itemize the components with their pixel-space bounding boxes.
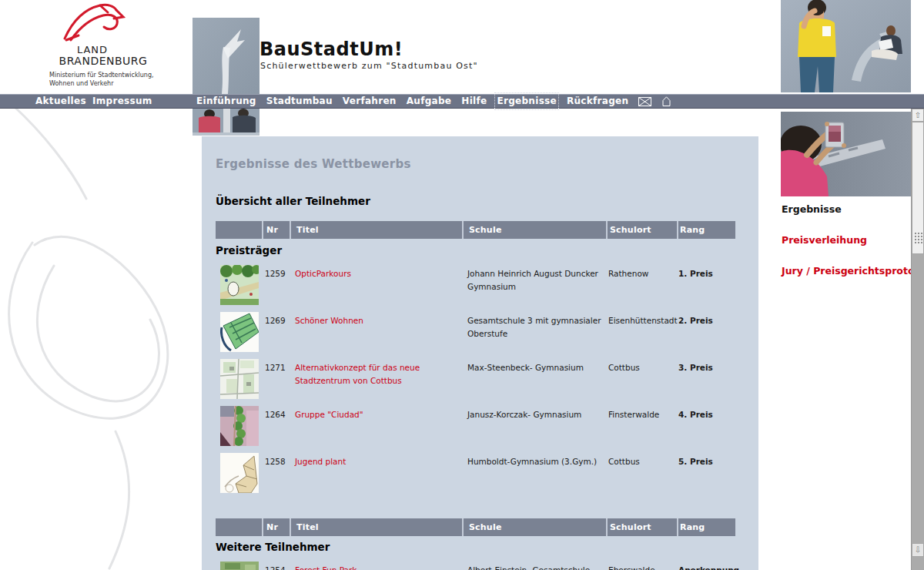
row-nr: 1264 — [262, 406, 290, 421]
mail-icon[interactable] — [638, 97, 651, 106]
results-table-header: Nr Titel Schule Schulort Rang — [216, 221, 735, 239]
lock-icon[interactable] — [661, 96, 671, 106]
vertical-scrollbar[interactable]: ⇧ ⇩ — [911, 109, 924, 570]
col-rang: Rang — [677, 518, 735, 536]
row-rang: 1. Preis — [677, 265, 735, 280]
nav-item-rueckfragen[interactable]: Rückfragen — [567, 95, 628, 108]
org-name-line1: LAND — [46, 44, 139, 55]
org-name-line2: BRANDENBURG — [46, 55, 160, 67]
row-nr: 1259 — [262, 265, 290, 280]
scrollbar-thumb[interactable] — [912, 122, 924, 254]
project-thumbnail[interactable] — [220, 562, 259, 570]
row-nr: 1271 — [262, 359, 290, 374]
section-title: Übersicht aller Teilnehmer — [216, 195, 370, 207]
project-thumbnail[interactable] — [220, 312, 259, 352]
project-thumbnail[interactable] — [220, 265, 259, 305]
org-subtitle-line2: Wohnen und Verkehr — [49, 79, 180, 88]
scroll-up-icon[interactable]: ⇧ — [912, 109, 924, 122]
table-row: 1259 OpticParkours Johann Heinrich Augus… — [216, 265, 735, 312]
scribble-decoration — [0, 100, 202, 570]
row-rang: 5. Preis — [677, 453, 735, 468]
nav-item-einfuehrung[interactable]: Einführung — [196, 95, 256, 108]
sidebar-link-jury-protokoll[interactable]: Jury / Preisgerichtsprotokoll — [782, 265, 924, 277]
nav-item-verfahren[interactable]: Verfahren — [343, 95, 397, 108]
brandenburg-logo-block: LAND BRANDENBURG Ministerium für Stadten… — [46, 2, 185, 86]
col-rang: Rang — [677, 221, 735, 239]
nav-item-stadtumbau[interactable]: Stadtumbau — [266, 95, 333, 108]
col-nr: Nr — [262, 518, 290, 536]
content-panel: Ergebnisse des Wettbewerbs Übersicht all… — [202, 136, 758, 570]
row-schulort: Eisenhüttenstadt — [606, 312, 677, 327]
col-titel: Titel — [290, 518, 462, 536]
row-title-link[interactable]: OpticParkours — [290, 265, 462, 280]
row-schule: Humboldt-Gymnasium (3.Gym.) — [462, 453, 606, 468]
others-rows: 1254 Forest Fun Park Albert-Einstein- Ge… — [216, 562, 735, 570]
row-rang: Anerkennung — [677, 562, 735, 570]
row-schule: Max-Steenbeck- Gymnasium — [462, 359, 606, 374]
nav-item-hilfe[interactable]: Hilfe — [461, 95, 487, 108]
org-subtitle-line1: Ministerium für Stadtentwicklung, — [49, 71, 180, 79]
row-nr: 1269 — [262, 312, 290, 327]
group-title-weitere-teilnehmer: Weitere Teilnehmer — [216, 541, 330, 553]
phone-student-photo — [781, 0, 911, 92]
page-title: Ergebnisse des Wettbewerbs — [216, 157, 411, 171]
table-row: 1258 Jugend plant Humboldt-Gymnasium (3.… — [216, 453, 735, 500]
project-thumbnail[interactable] — [220, 359, 259, 399]
row-schulort: Eberswalde — [606, 562, 677, 570]
row-schulort: Cottbus — [606, 359, 677, 374]
row-schulort: Finsterwalde — [606, 406, 677, 421]
nav-item-impressum[interactable]: Impressum — [92, 95, 152, 108]
row-title-link[interactable]: Forest Fun Park — [290, 562, 462, 570]
camera-student-photo — [781, 112, 911, 196]
nav-item-aufgabe[interactable]: Aufgabe — [407, 95, 452, 108]
table-row: 1271 Alternativkonzept für das neue Stad… — [216, 359, 735, 406]
row-title-link[interactable]: Jugend plant — [290, 453, 462, 468]
row-nr: 1258 — [262, 453, 290, 468]
row-title-link[interactable]: Alternativkonzept für das neue Stadtzent… — [290, 359, 462, 387]
col-schulort: Schulort — [606, 518, 677, 536]
table-row: 1264 Gruppe "Ciudad" Janusz-Korczak- Gym… — [216, 406, 735, 453]
row-schule: Johann Heinrich August Duncker Gymnasium — [462, 265, 606, 293]
row-schule: Janusz-Korczak- Gymnasium — [462, 406, 606, 421]
nav-item-aktuelles[interactable]: Aktuelles — [35, 95, 86, 108]
col-thumbnail — [216, 221, 262, 239]
col-schule: Schule — [462, 518, 606, 536]
row-title-link[interactable]: Gruppe "Ciudad" — [290, 406, 462, 421]
scroll-down-icon[interactable]: ⇩ — [912, 543, 924, 557]
row-rang: 2. Preis — [677, 312, 735, 327]
table-row: 1254 Forest Fun Park Albert-Einstein- Ge… — [216, 562, 735, 570]
sidebar-link-preisverleihung[interactable]: Preisverleihung — [782, 234, 867, 246]
col-nr: Nr — [262, 221, 290, 239]
main-navbar: Aktuelles Impressum Einführung Stadtumba… — [0, 94, 924, 109]
col-schule: Schule — [462, 221, 606, 239]
site-subtitle: Schülerwettbewerb zum "Stadtumbau Ost" — [260, 61, 478, 71]
row-schulort: Cottbus — [606, 453, 677, 468]
project-thumbnail[interactable] — [220, 406, 259, 446]
street-arrow-photo — [192, 18, 259, 94]
project-thumbnail[interactable] — [220, 453, 259, 493]
students-lying-photo — [192, 109, 259, 136]
row-schulort: Rathenow — [606, 265, 677, 280]
scrollbar-grip-icon — [914, 232, 922, 244]
nav-item-ergebnisse[interactable]: Ergebnisse — [497, 95, 557, 108]
row-rang: 4. Preis — [677, 406, 735, 421]
brandenburg-bird-logo — [57, 2, 128, 45]
sidebar-link-ergebnisse[interactable]: Ergebnisse — [782, 203, 842, 215]
row-nr: 1254 — [262, 562, 290, 570]
col-titel: Titel — [290, 221, 462, 239]
row-title-link[interactable]: Schöner Wohnen — [290, 312, 462, 327]
results-table-header-2: Nr Titel Schule Schulort Rang — [216, 518, 735, 536]
row-schule: Albert-Einstein- Gesamtschule — [462, 562, 606, 570]
row-schule: Gesamtschule 3 mit gymnasialer Oberstufe — [462, 312, 606, 340]
col-thumbnail — [216, 518, 262, 536]
group-title-preistraeger: Preisträger — [216, 244, 282, 256]
table-row: 1269 Schöner Wohnen Gesamtschule 3 mit g… — [216, 312, 735, 359]
row-rang: 3. Preis — [677, 359, 735, 374]
winners-rows: 1259 OpticParkours Johann Heinrich Augus… — [216, 265, 735, 500]
col-schulort: Schulort — [606, 221, 677, 239]
nav-main-group: Einführung Stadtumbau Verfahren Aufgabe … — [196, 95, 671, 108]
site-title: BauStadtUm! — [259, 39, 403, 60]
page: LAND BRANDENBURG Ministerium für Stadten… — [0, 0, 924, 570]
